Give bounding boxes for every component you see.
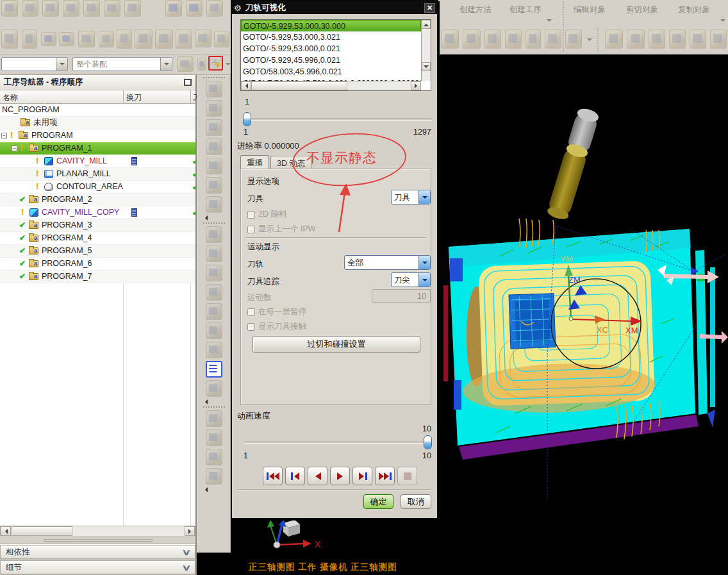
toolbar-grip[interactable] <box>203 222 225 224</box>
toolbar-icon[interactable] <box>525 29 541 49</box>
back-arrow-icon[interactable] <box>41 32 56 46</box>
gears-icon[interactable] <box>177 56 194 72</box>
checkbox-show-ipw[interactable]: 显示上一个 IPW <box>247 224 316 235</box>
scroll-left-icon[interactable] <box>241 81 251 90</box>
toolbar-label-cut-object[interactable]: 剪切对象 <box>626 4 658 15</box>
list-item-selected[interactable]: GOTO/-5.929,53.000,30.000 <box>241 20 421 31</box>
rotate-view-icon[interactable] <box>78 31 95 47</box>
restore-window-icon[interactable] <box>184 79 192 86</box>
progress-slider-handle[interactable] <box>243 112 251 126</box>
toolbar-label-edit-object[interactable]: 编辑对象 <box>574 4 606 15</box>
chevron-down-icon[interactable] <box>418 273 430 287</box>
toolbar-icon[interactable] <box>206 322 222 339</box>
forward-arrow-icon[interactable] <box>59 32 74 46</box>
toolbar-icon[interactable] <box>99 31 114 47</box>
toolbar-icon[interactable] <box>206 284 222 301</box>
chevron-down-icon[interactable] <box>56 58 67 71</box>
step-back-button[interactable] <box>285 467 305 485</box>
scroll-right-icon[interactable] <box>185 526 195 536</box>
toolbar-icon[interactable] <box>206 196 222 213</box>
tree-row-program-5[interactable]: ✔ PROGRAM_5 <box>0 245 195 258</box>
tree-row-program-6[interactable]: ✔ PROGRAM_6 <box>0 258 195 271</box>
snap-point-icon-highlighted[interactable] <box>208 56 223 71</box>
tool-trace-dropdown[interactable]: 刀尖 <box>391 272 431 287</box>
ok-button[interactable]: 确定 <box>363 494 393 509</box>
toolbar-icon[interactable] <box>206 246 222 262</box>
tree-row-contour-area[interactable]: ! CONTOUR_AREA ✔ <box>0 181 195 194</box>
toolbar-icon[interactable] <box>505 29 522 49</box>
toolbar-icon[interactable] <box>206 468 222 485</box>
collapse-arrow-icon[interactable] <box>203 399 208 404</box>
navigator-hscrollbar[interactable] <box>0 526 195 537</box>
scroll-down-icon[interactable] <box>422 62 431 71</box>
toolbar-icon[interactable] <box>649 29 665 49</box>
scroll-up-icon[interactable] <box>422 20 431 29</box>
list-item[interactable]: GOTO/58.003,45.996,0.021 <box>241 66 421 78</box>
toolbar-icon[interactable] <box>545 29 561 49</box>
tree-row-program-4[interactable]: ✔ PROGRAM_4 <box>0 232 195 245</box>
toolbar-icon[interactable] <box>104 0 120 17</box>
tree-row-unused[interactable]: 未用项 <box>0 117 195 129</box>
toolbar-icon[interactable] <box>206 303 222 320</box>
toolbar-icon[interactable] <box>463 29 481 49</box>
step-forward-button[interactable] <box>352 467 372 485</box>
toolbar-icon[interactable] <box>1 29 18 49</box>
chevron-down-icon[interactable] <box>418 190 430 204</box>
toolbar-icon[interactable] <box>669 29 686 49</box>
scroll-left-icon[interactable] <box>1 526 11 536</box>
chevron-down-icon[interactable] <box>160 58 172 71</box>
list-vscrollbar[interactable] <box>421 20 431 81</box>
toolbar-label-create-method[interactable]: 创建方法 <box>459 4 492 15</box>
dialog-titlebar[interactable]: ⚙ 刀轨可视化 ✕ <box>232 1 437 14</box>
toolbar-icon[interactable] <box>206 342 222 358</box>
toolbar-label-create-operation[interactable]: 创建工序 <box>509 4 542 15</box>
toolbar-icon[interactable] <box>206 226 222 243</box>
collapse-expander-icon[interactable]: − <box>12 146 17 151</box>
toolbar-icon[interactable] <box>22 0 38 17</box>
tool-dropdown[interactable]: 刀具 <box>391 190 431 204</box>
tree-row-program-7[interactable]: ✔ PROGRAM_7 <box>0 271 195 283</box>
tree-row-planar-mill[interactable]: ! PLANAR_MILL ✔ <box>0 168 195 181</box>
column-divider[interactable] <box>190 90 191 103</box>
go-to-start-button[interactable] <box>263 467 283 485</box>
speed-slider-track[interactable] <box>245 442 432 444</box>
column-name[interactable]: 名称 <box>3 92 18 103</box>
funnel-icon[interactable] <box>197 58 206 71</box>
toolbar-icon[interactable] <box>206 265 222 281</box>
list-item[interactable]: GOTO/-5.929,53.000,3.021 <box>241 31 421 43</box>
speed-slider-handle[interactable] <box>424 435 432 449</box>
play-forward-button[interactable] <box>330 467 350 485</box>
toolbar-icon[interactable] <box>605 29 623 49</box>
toolbar-icon[interactable] <box>206 158 222 174</box>
toolbar-icon[interactable] <box>117 29 132 49</box>
toolbar-icon[interactable] <box>206 100 222 117</box>
toolbar-icon[interactable] <box>186 0 203 17</box>
toolbar-icon[interactable] <box>206 138 222 155</box>
tree-row-program[interactable]: − ! PROGRAM <box>0 129 195 142</box>
gouge-collision-settings-button[interactable]: 过切和碰撞设置 <box>252 336 420 353</box>
toolbar-icon[interactable] <box>484 29 501 49</box>
toolbar-icon[interactable] <box>206 380 222 397</box>
scroll-right-icon[interactable] <box>411 81 421 90</box>
shop-doc-icon[interactable] <box>206 361 222 378</box>
toolbar-icon[interactable] <box>195 29 211 47</box>
selection-filter-combo[interactable] <box>1 57 68 71</box>
toolbar-icon[interactable] <box>206 0 223 17</box>
toolbar-label-copy-object[interactable]: 复制对象 <box>678 4 710 15</box>
toolbar-icon[interactable] <box>206 177 222 194</box>
list-item[interactable]: GOTO/-5.929,45.996,0.021 <box>241 54 421 66</box>
toolbar-icon[interactable] <box>63 0 79 17</box>
stop-button[interactable] <box>397 467 417 485</box>
toolbar-icon[interactable] <box>441 29 459 49</box>
toolbar-icon[interactable] <box>176 29 192 49</box>
tree-row-cavity-mill[interactable]: ! CAVITY_MILL ✔ <box>0 155 195 168</box>
toolbar-icon[interactable] <box>690 29 706 49</box>
go-to-end-button[interactable] <box>375 467 395 485</box>
toolbar-icon[interactable] <box>206 81 222 97</box>
toolbar-icon[interactable] <box>22 29 37 49</box>
toolbar-icon[interactable] <box>1 0 18 17</box>
checkbox-pause-each-level[interactable]: 在每一层暂停 <box>247 306 306 317</box>
collapse-arrow-icon[interactable] <box>203 487 208 492</box>
details-section[interactable]: 细节 ∨ <box>0 560 195 575</box>
toolpath-source-list[interactable]: GOTO/-5.929,53.000,30.000 GOTO/-5.929,53… <box>240 19 431 91</box>
